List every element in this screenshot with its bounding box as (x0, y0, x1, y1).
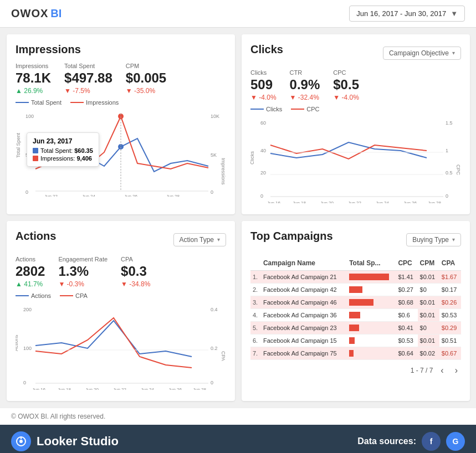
actions-svg: 200 100 0 Actions 0.4 0.2 0 CPA Jun 16 J… (16, 301, 226, 390)
table-row: 3. Facebook Ad Campaign 46 $0.68 $0.01 $… (250, 296, 461, 309)
svg-text:CPA: CPA (221, 351, 226, 361)
row-cpc: $0.27 (396, 284, 417, 296)
footer-brand-bar: Looker Studio Data sources: f G (0, 425, 476, 453)
pagination: 1 - 7 / 7 ‹ › (250, 364, 461, 377)
clicks-change: ▼ -4.0% (250, 94, 277, 101)
clicks-metric-clicks: Clicks 509 ▼ -4.0% (250, 69, 277, 101)
clicks-label: Clicks (250, 69, 277, 76)
cpm-value: $0.005 (126, 70, 166, 86)
date-range-button[interactable]: Jun 16, 2017 - Jun 30, 2017 ▼ (349, 6, 465, 22)
table-row: 2. Facebook Ad Campaign 42 $0.27 $0 $0.1… (250, 284, 461, 296)
legend-cpa: CPA (60, 292, 88, 299)
tooltip-total-spent: Total Spent: $60.35 (33, 147, 93, 154)
row-cpm: $0.01 (418, 309, 439, 322)
clicks-metric-ctr: CTR 0.9% ▼ -32.4% (290, 69, 320, 101)
main-grid: Impressions Impressions 78.1K ▲ 26.9% To… (0, 28, 476, 408)
table-header-row: Campaign Name Total Sp... CPC CPM CPA (250, 256, 461, 271)
impressions-chart-area: Total Spent Impressions Jun 23, 2017 Tot… (16, 99, 226, 199)
row-cpa: $0.17 (439, 284, 461, 296)
top-campaigns-table-wrapper: Campaign Name Total Sp... CPC CPM CPA 1.… (250, 256, 461, 377)
svg-text:5K: 5K (211, 152, 217, 158)
tooltip-dot-spent (33, 148, 38, 153)
actions-metric-actions: Actions 2802 ▲ 41.7% (16, 256, 45, 288)
col-cpc: CPC (396, 256, 417, 271)
row-bar (347, 284, 396, 296)
impressions-metric-spent: Total Spent $497.88 ▼ -7.5% (64, 63, 112, 95)
legend-actions-label: Actions (31, 292, 51, 299)
row-cpa: $0.29 (439, 322, 461, 334)
cpa-value-actions: $0.3 (121, 264, 150, 279)
svg-text:Jun 28: Jun 28 (428, 200, 442, 203)
row-cpc: $1.41 (396, 271, 417, 284)
svg-text:Total Spent: Total Spent (16, 132, 21, 158)
clicks-legend: Clicks CPC (250, 106, 461, 112)
tooltip-date: Jun 23, 2017 (33, 137, 93, 145)
footer-brand: Looker Studio (11, 431, 119, 451)
legend-actions-line (16, 295, 29, 296)
facebook-datasource-icon[interactable]: f (422, 432, 441, 451)
svg-text:0: 0 (211, 189, 213, 195)
row-cpm: $0.01 (418, 334, 439, 347)
total-spent-change: ▼ -7.5% (64, 87, 112, 95)
action-type-arrow-icon: ▾ (217, 236, 220, 243)
row-cpa: $0.51 (439, 334, 461, 347)
campaign-objective-arrow-icon: ▾ (452, 50, 455, 56)
buying-type-label: Buying Type (412, 236, 449, 244)
tooltip-dot-imp (33, 156, 38, 161)
looker-logo-svg (16, 436, 27, 447)
table-row: 4. Facebook Ad Campaign 36 $0.6 $0.01 $0… (250, 309, 461, 322)
svg-text:Jun 26: Jun 26 (168, 387, 182, 390)
row-bar (347, 296, 396, 309)
svg-text:Jun 20: Jun 20 (85, 387, 99, 390)
row-cpm: $0 (418, 284, 439, 296)
row-cpa: $1.67 (439, 271, 461, 284)
action-type-dropdown[interactable]: Action Type ▾ (173, 233, 226, 246)
svg-text:20: 20 (260, 170, 266, 176)
actions-card: Actions Action Type ▾ Actions 2802 ▲ 41.… (7, 221, 235, 401)
ctr-label: CTR (290, 69, 320, 76)
ctr-change: ▼ -32.4% (290, 94, 320, 101)
row-bar (347, 309, 396, 322)
date-range-arrow-icon: ▼ (451, 9, 458, 18)
table-row: 7. Facebook Ad Campaign 75 $0.64 $0.02 $… (250, 347, 461, 360)
svg-text:0: 0 (260, 193, 263, 199)
campaign-objective-dropdown[interactable]: Campaign Objective ▾ (383, 47, 461, 60)
svg-text:Jun 26: Jun 26 (403, 200, 417, 203)
row-cpa: $0.67 (439, 347, 461, 360)
clicks-card: Clicks Campaign Objective ▾ Clicks 509 ▼… (242, 34, 470, 214)
svg-text:Actions: Actions (16, 334, 19, 351)
next-page-button[interactable]: › (452, 364, 461, 377)
row-num: 7. (250, 347, 261, 360)
actions-chart-area: Actions CPA 200 100 0 Actions 0.4 0.2 0 (16, 292, 226, 392)
legend-actions: Actions (16, 292, 51, 299)
svg-text:Jun 28: Jun 28 (193, 387, 207, 390)
facebook-icon-label: f (430, 437, 433, 446)
actions-metrics: Actions 2802 ▲ 41.7% Engagement Rate 1.3… (16, 256, 226, 288)
svg-text:100: 100 (25, 114, 34, 119)
svg-point-57 (19, 440, 23, 443)
row-num: 4. (250, 309, 261, 322)
prev-page-button[interactable]: ‹ (437, 364, 447, 377)
svg-text:0: 0 (211, 380, 213, 385)
actions-label: Actions (16, 256, 45, 262)
row-name: Facebook Ad Campaign 15 (261, 334, 347, 347)
row-num: 3. (250, 296, 261, 309)
svg-text:Jun 16: Jun 16 (267, 200, 281, 203)
clicks-title: Clicks (250, 43, 283, 56)
svg-text:1: 1 (446, 148, 448, 153)
svg-text:200: 200 (23, 307, 32, 312)
legend-total-spent: Total Spent (16, 99, 62, 106)
google-datasource-icon[interactable]: G (446, 432, 465, 451)
actions-title: Actions (16, 230, 56, 243)
er-label: Engagement Rate (58, 256, 108, 262)
buying-type-dropdown[interactable]: Buying Type ▾ (406, 233, 461, 246)
svg-text:10K: 10K (211, 114, 219, 119)
svg-text:Jun 24: Jun 24 (141, 387, 155, 390)
footer-copyright: © OWOX BI. All rights reserved. (0, 408, 476, 425)
top-campaigns-header: Top Campaigns Buying Type ▾ (250, 230, 461, 249)
col-cpa: CPA (439, 256, 461, 271)
row-cpc: $0.6 (396, 309, 417, 322)
clicks-card-header: Clicks Campaign Objective ▾ (250, 43, 461, 63)
logo-owox: OWOX (11, 7, 48, 20)
svg-text:40: 40 (260, 148, 266, 153)
